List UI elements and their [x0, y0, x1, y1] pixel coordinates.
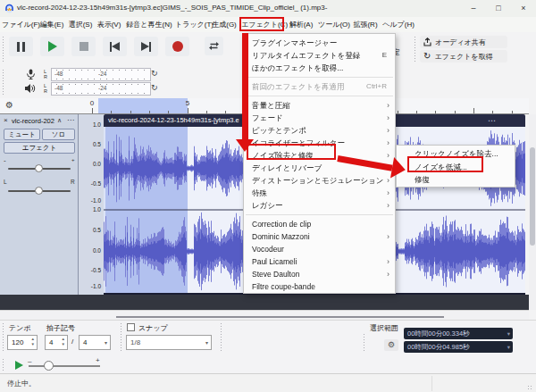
share-audio-button[interactable]: オーディオ共有 — [420, 36, 507, 48]
clip-kebab-icon[interactable]: ⋯ — [488, 114, 496, 127]
playback-meter[interactable]: L R -48 -24 ↻ — [0, 81, 232, 96]
maximize-button[interactable]: □ — [486, 0, 511, 16]
skip-to-start-button[interactable] — [103, 37, 127, 56]
snap-label: スナップ — [138, 323, 168, 333]
submenu-arrow-icon: › — [387, 112, 389, 124]
selection-settings-gear-icon[interactable]: ⚙ — [384, 339, 398, 351]
meter-monitor-icon[interactable]: ↻ — [151, 83, 158, 92]
track-collapse-icon[interactable]: ∧ — [57, 117, 62, 124]
close-button[interactable]: × — [511, 0, 536, 16]
gain-slider-thumb[interactable] — [35, 164, 43, 172]
speed-slider-thumb[interactable] — [44, 361, 54, 371]
toolbar-grip[interactable] — [2, 358, 5, 372]
menubar-item-6[interactable]: トラック(T) — [175, 18, 209, 31]
submenu-arrow-icon: › — [387, 230, 389, 243]
timesig-lower-value: 4 — [83, 338, 87, 346]
effect-menu-item[interactable]: Correction de clip — [244, 218, 395, 230]
ruler-tick — [149, 111, 150, 113]
loop-button[interactable] — [205, 37, 223, 55]
gain-plus-label: + — [71, 157, 75, 163]
mute-button[interactable]: ミュート — [4, 129, 40, 140]
record-button[interactable] — [165, 37, 189, 56]
timeline-options-gear-icon[interactable]: ⚙ — [5, 100, 13, 110]
menubar-item-10[interactable]: ツール(O) — [318, 18, 348, 31]
toolbar-grip[interactable] — [2, 322, 5, 353]
effect-menu-item[interactable]: ピッチとテンポ› — [244, 124, 395, 137]
effect-menu-item[interactable]: Paul Licameli› — [244, 255, 395, 268]
effect-menu-item[interactable]: フェード› — [244, 112, 395, 124]
menubar-item-5[interactable]: 録音と再生(N) — [123, 18, 175, 31]
menu-item-label: 特殊 — [252, 188, 267, 197]
toolbar-grip[interactable] — [363, 333, 366, 351]
solo-button[interactable]: ソロ — [42, 129, 75, 140]
effects-button[interactable]: エフェクト — [4, 142, 75, 154]
toolbar-grip[interactable] — [120, 322, 123, 353]
vertical-scrollbar-thumb[interactable] — [530, 147, 535, 246]
audacity-window: vlc-record-2024-12-23-15h49m31s-[ytmp3.e… — [0, 0, 536, 392]
menubar-item-4[interactable]: 表示(V) — [95, 18, 123, 31]
selection-start-value: 00時間00分00.334秒 — [407, 329, 470, 338]
timesig-upper-spinner[interactable]: 4 ▲▼ — [45, 335, 68, 350]
pause-button[interactable] — [9, 37, 33, 56]
effect-menu-item[interactable]: ディストーションとモジュレーション› — [244, 174, 395, 187]
resize-grip[interactable] — [527, 385, 533, 391]
effect-menu-item[interactable]: プラグインマネージャー — [244, 37, 395, 49]
track-name[interactable]: vlc-record-202 — [12, 117, 54, 125]
spinner-arrows-icon[interactable]: ▲▼ — [62, 337, 65, 347]
snap-select[interactable]: 1/8 ▾ — [126, 335, 212, 350]
play-button[interactable] — [40, 37, 64, 56]
menu-item-repair[interactable]: 修復 — [397, 173, 515, 187]
effect-menu-item[interactable]: 特殊› — [244, 187, 395, 199]
spinner-arrows-icon[interactable]: ▲▼ — [31, 337, 35, 347]
menubar-item-12[interactable]: ヘルプ(H) — [382, 18, 415, 31]
pan-slider-thumb[interactable] — [35, 187, 43, 195]
minimize-button[interactable]: – — [461, 0, 486, 16]
play-at-speed-button[interactable] — [11, 358, 27, 371]
menubar-item-7[interactable]: 生成(G) — [209, 18, 239, 31]
menubar-item-9[interactable]: 解析(A) — [286, 18, 316, 31]
record-meter-bar[interactable]: -48 -24 — [51, 68, 151, 81]
toolbar-grip[interactable] — [2, 36, 5, 63]
playback-meter-bar[interactable]: -48 -24 — [51, 82, 151, 96]
get-effects-label: エフェクトを取得 — [434, 52, 492, 62]
selection-start-field[interactable]: 00時間00分00.334秒 ▾ — [404, 328, 513, 339]
menubar-item-1[interactable]: ファイル(F) — [2, 18, 38, 31]
record-meter[interactable]: L R -48 -24 ↻ — [0, 67, 232, 81]
selection-end-field[interactable]: 00時間00分04.985秒 ▾ — [404, 341, 513, 353]
skip-to-end-button[interactable] — [134, 37, 158, 56]
toolbar-grip[interactable] — [220, 322, 223, 353]
menu-separator — [246, 214, 393, 215]
speaker-icon — [24, 83, 36, 94]
horizontal-scrollbar-thumb[interactable] — [116, 316, 444, 318]
vertical-scale-ruler[interactable]: 1.00.50.0-0.5-1.01.00.50.0-0.5-1.0 — [79, 114, 104, 295]
toolbar-grip[interactable] — [414, 36, 417, 63]
effect-menu-item[interactable]: Vocodeur — [244, 243, 395, 255]
speed-plus-label: + — [96, 356, 100, 364]
timesig-lower-select[interactable]: 4 ▾ — [79, 335, 111, 350]
effect-menu-item[interactable]: Dominic Mazzoni› — [244, 230, 395, 243]
menubar-item-2[interactable]: 編集(E) — [38, 18, 66, 31]
track-close-icon[interactable]: × — [4, 116, 8, 124]
effect-menu-item[interactable]: Filtre coupe-bande — [244, 280, 395, 293]
meter-monitor-icon[interactable]: ↻ — [151, 69, 158, 78]
horizontal-scrollbar[interactable] — [0, 310, 529, 320]
pan-right-label: R — [71, 179, 75, 186]
share-audio-label: オーディオ共有 — [435, 38, 486, 47]
effect-menu-item[interactable]: Steve Daulton› — [244, 268, 395, 280]
submenu-arrow-icon: › — [387, 187, 389, 199]
menubar-item-3[interactable]: 選択(S) — [66, 18, 95, 31]
track-control-panel: × vlc-record-202 ∧ ⋯ ミュート ソロ エフェクト - + L… — [0, 114, 79, 295]
effect-menu-item[interactable]: ほかのエフェクトを取得... — [244, 62, 395, 74]
tempo-spinner[interactable]: 120 ▲▼ — [7, 335, 38, 350]
effect-menu-item[interactable]: レガシー› — [244, 199, 395, 212]
stop-button[interactable] — [71, 37, 96, 56]
ruler-tick — [398, 111, 398, 113]
effect-menu-item[interactable]: 音量と圧縮› — [244, 99, 395, 112]
get-effects-button[interactable]: ↻ エフェクトを取得 — [420, 50, 507, 63]
snap-checkbox[interactable] — [127, 323, 135, 331]
effect-menu-item: 前回のエフェクトを再適用Ctrl+R — [244, 80, 395, 93]
effect-menu-item[interactable]: リアルタイムエフェクトを登録E — [244, 49, 395, 62]
timesig-slash: / — [71, 338, 73, 346]
menubar-item-11[interactable]: 拡張(R) — [350, 18, 381, 31]
track-kebab-icon[interactable]: ⋯ — [67, 116, 74, 124]
